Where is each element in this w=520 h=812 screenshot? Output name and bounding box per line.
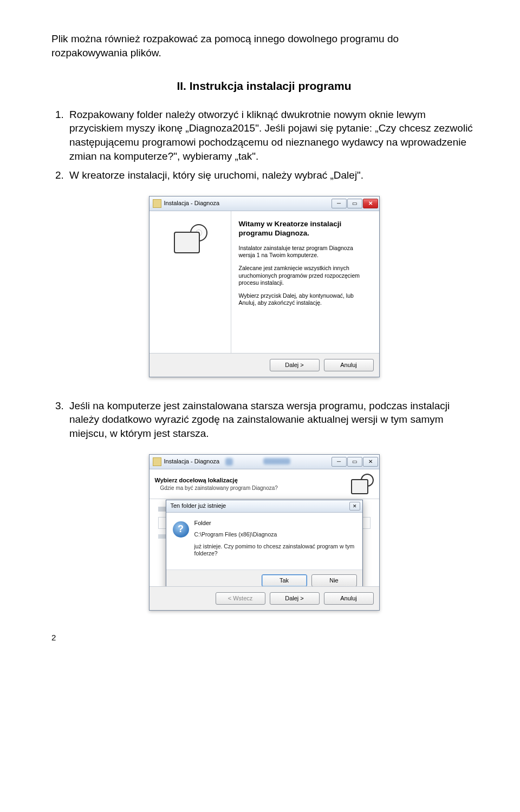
screenshot-2: Instalacja - Diagnoza ─ ▭ ✕ Wybierz doce…: [51, 454, 477, 611]
installer-window-1: Instalacja - Diagnoza ─ ▭ ✕ Witamy w Kre…: [149, 196, 380, 377]
minimize-button[interactable]: ─: [332, 457, 347, 467]
instruction-list-cont: Jeśli na komputerze jest zainstalowana s…: [51, 399, 477, 441]
installer-app-icon: [153, 199, 161, 208]
installer-graphic-icon: [350, 474, 374, 495]
subheader-desc: Gdzie ma być zainstalowany program Diagn…: [155, 484, 347, 492]
close-button[interactable]: ✕: [363, 199, 378, 208]
wizard-subheader: Wybierz docelową lokalizację Gdzie ma by…: [150, 469, 379, 499]
wizard-text-2: Zalecane jest zamknięcie wszystkich inny…: [239, 265, 369, 287]
maximize-button[interactable]: ▭: [347, 457, 362, 467]
installer-graphic-icon: [173, 224, 207, 254]
back-button[interactable]: < Wstecz: [216, 592, 265, 605]
no-button[interactable]: Nie: [311, 574, 357, 587]
dialog-title: Ten folder już istnieje: [171, 502, 349, 510]
minimize-button[interactable]: ─: [332, 199, 347, 208]
question-icon: ?: [173, 521, 189, 538]
subheader-title: Wybierz docelową lokalizację: [155, 476, 347, 484]
wizard-heading: Witamy w Kreatorze instalacji programu D…: [239, 220, 369, 238]
section-heading: II. Instrukcja instalacji programu: [51, 78, 477, 94]
window-title: Instalacja - Diagnoza: [164, 457, 332, 466]
next-button[interactable]: Dalej >: [270, 592, 320, 605]
instruction-list: Rozpakowany folder należy otworzyć i kli…: [51, 108, 477, 182]
installer-app-icon: [153, 457, 161, 466]
dialog-heading: Folder: [194, 519, 356, 527]
installer-window-2: Instalacja - Diagnoza ─ ▭ ✕ Wybierz doce…: [149, 454, 380, 611]
wizard-side-panel: [150, 211, 231, 353]
wizard-text-3: Wybierz przycisk Dalej, aby kontynuować,…: [239, 292, 369, 307]
yes-button[interactable]: Tak: [262, 574, 307, 587]
dialog-question: już istnieje. Czy pomimo to chcesz zains…: [194, 543, 356, 558]
titlebar: Instalacja - Diagnoza ─ ▭ ✕: [150, 455, 379, 469]
dialog-path: C:\Program Files (x86)\Diagnoza: [194, 531, 356, 539]
wizard-text-1: Instalator zainstaluje teraz program Dia…: [239, 245, 369, 259]
screenshot-1: Instalacja - Diagnoza ─ ▭ ✕ Witamy w Kre…: [51, 196, 477, 377]
folder-exists-dialog: Ten folder już istnieje ✕ ? Folder C:\Pr…: [166, 500, 363, 592]
close-button[interactable]: ✕: [363, 457, 378, 467]
page-number: 2: [51, 632, 477, 643]
step-3: Jeśli na komputerze jest zainstalowana s…: [67, 399, 477, 441]
cancel-button[interactable]: Anuluj: [324, 592, 374, 605]
maximize-button[interactable]: ▭: [347, 199, 362, 208]
step-1: Rozpakowany folder należy otworzyć i kli…: [67, 108, 477, 163]
window-title: Instalacja - Diagnoza: [164, 199, 332, 207]
cancel-button[interactable]: Anuluj: [324, 359, 374, 371]
next-button[interactable]: Dalej >: [270, 359, 320, 371]
dialog-close-button[interactable]: ✕: [349, 502, 360, 510]
titlebar: Instalacja - Diagnoza ─ ▭ ✕: [150, 197, 379, 211]
step-2: W kreatorze instalacji, który się urucho…: [67, 168, 477, 182]
intro-paragraph: Plik można również rozpakować za pomocą …: [51, 32, 477, 60]
